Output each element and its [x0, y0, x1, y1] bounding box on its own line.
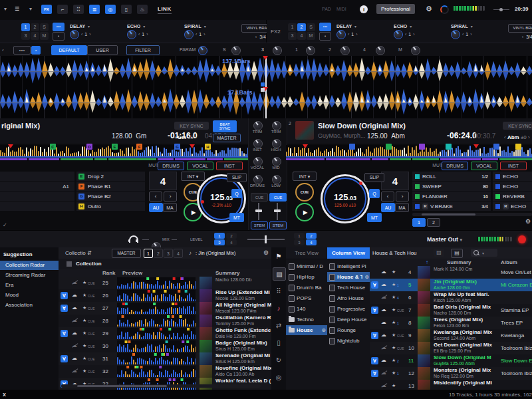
deck2-hot-cue-marker[interactable] — [349, 144, 355, 150]
cfx-single-button[interactable]: • — [31, 46, 41, 55]
column-header-rank[interactable]: Rank — [102, 270, 116, 276]
star-rating-icon[interactable]: ★ — [392, 320, 396, 325]
strip-trim-knob[interactable] — [253, 121, 263, 130]
cfx-s-knob[interactable] — [231, 46, 241, 55]
deck2-key-shift[interactable]: ‹ Abm ±0 › — [504, 134, 530, 140]
fx-slot-knob[interactable] — [184, 30, 194, 39]
phones-cue-4[interactable]: 4 — [226, 239, 237, 245]
fx-slot-prev[interactable]: ‹ — [462, 32, 464, 37]
fx-beat-1[interactable]: 1 — [288, 23, 297, 31]
deck1-hot-cue-marker[interactable]: G — [174, 144, 180, 150]
strip-inst-knob[interactable] — [253, 139, 263, 148]
pad-fx-row[interactable]: RECHO — [493, 201, 532, 211]
release-fx-prev[interactable]: ‹ — [255, 35, 257, 39]
fx-slot-prev[interactable]: ‹ — [138, 32, 140, 37]
phones-cue-3[interactable]: 3 — [214, 239, 225, 245]
deck1-hot-cue-marker[interactable]: H — [205, 144, 211, 150]
star-rating-icon[interactable]: ★ — [82, 305, 86, 311]
chevron-down-icon[interactable]: ▾ — [88, 24, 90, 29]
hot-cue-row[interactable]: FPhase B1 — [76, 182, 145, 192]
plan-badge[interactable]: Professional — [376, 4, 415, 14]
deck1-memory-cue-marker[interactable] — [8, 144, 13, 148]
chevron-down-icon[interactable]: ▾ — [4, 6, 7, 12]
table-row[interactable]: ∀☁★CUE26Rise Up (Extended MiNicole 128.0… — [59, 289, 271, 303]
star-rating-icon[interactable]: ★ — [392, 358, 396, 363]
record-browser-icon[interactable]: ◎ — [273, 371, 285, 383]
chevron-down-icon[interactable]: ▾ — [482, 251, 484, 255]
deck1-memory-cue-list[interactable]: A1 — [0, 172, 74, 219]
chevron-down-icon[interactable]: ▾ — [471, 24, 473, 29]
deck1-ma-button[interactable]: MA — [163, 203, 177, 212]
table-row[interactable]: ☁★4Mark K 124.00 CmMove On/Let R — [370, 266, 532, 279]
detail-list-view-button[interactable]: ▤ — [451, 249, 463, 258]
fx-slot-knob[interactable] — [336, 30, 346, 39]
deck1-hot-cue-marker[interactable]: C — [50, 144, 56, 150]
table-row[interactable]: ☁★46Wrap Me Up feat Mari.Kisch 125.00 Ab… — [370, 291, 532, 305]
deck2-beat-jump-back-button[interactable]: ‹ — [381, 192, 394, 201]
hot-cue-row[interactable]: HOutro — [76, 201, 145, 211]
fx-bank-multi-button[interactable]: ••• — [319, 23, 331, 31]
preview-waveform[interactable] — [117, 353, 196, 364]
column-item-intelligent-pl[interactable]: Intelligent Pl — [327, 261, 370, 271]
strip-stem-button[interactable]: STEM — [269, 221, 287, 229]
cfx-user-tab[interactable]: USER — [87, 45, 118, 55]
bookmark-icon[interactable]: ⚑ — [273, 250, 285, 262]
sort-ascending-icon[interactable]: ↑ — [426, 259, 428, 265]
deck2-play-button[interactable]: ▶ — [295, 203, 314, 221]
record-button[interactable] — [518, 235, 526, 243]
table-row[interactable]: ∀☁★CUE31Serenade (Original MiSirus H 125… — [59, 352, 271, 366]
simple-list-view-button[interactable]: ▤ — [434, 249, 444, 257]
deck2-key-sync-button[interactable]: KEY SYNC — [503, 122, 532, 130]
device-icon[interactable]: ▯ — [273, 336, 285, 348]
deck-routing-icon[interactable]: ⌐ — [57, 5, 68, 14]
fx-beat-S[interactable]: S — [307, 23, 315, 31]
cfx-scroll-left[interactable]: ‹ — [2, 47, 4, 53]
table-row[interactable]: ☁★CUE28Oscillation (Kamero RTommy 125.00… — [59, 315, 271, 328]
cfx-param-knob[interactable] — [198, 46, 207, 55]
chevron-down-icon[interactable]: ▾ — [29, 6, 32, 12]
fx-slot-knob[interactable] — [394, 30, 403, 39]
settings-gear-icon[interactable]: ⚙ — [426, 5, 432, 13]
chevron-down-icon[interactable]: ▾ — [204, 24, 206, 29]
chevron-down-icon[interactable]: ▾ — [354, 24, 356, 29]
cfx-filter-button[interactable]: FILTER — [126, 45, 160, 55]
fx-slot-name[interactable]: SPIRAL — [184, 24, 201, 29]
grid-view-icon[interactable]: ⠿ — [273, 285, 285, 297]
deck2-ma-button[interactable]: MA — [395, 203, 409, 212]
table-row[interactable]: ∀☁★CUE29Ghetto Funk (ExtendeDale Ho 129.… — [59, 327, 271, 340]
deck1-stem-drums-button[interactable]: DRUMS — [158, 162, 184, 170]
deck1-beat-sync-button[interactable]: BEATSYNC — [213, 120, 237, 132]
load-deck-1-button[interactable]: 1 — [144, 249, 153, 258]
pad-fx-row[interactable]: FLANGER16 — [412, 192, 491, 201]
lighting-panel-icon[interactable]: ♨ — [137, 5, 148, 14]
deck2-au-button[interactable]: AU — [381, 203, 395, 212]
deck1-au-button[interactable]: AU — [149, 203, 163, 212]
strip-cue-button[interactable]: CUE — [251, 193, 268, 201]
collection-master-button[interactable]: MASTER — [112, 249, 141, 258]
crossfader[interactable] — [247, 239, 285, 240]
fx-slot-next[interactable]: › — [89, 32, 90, 37]
deck1-beat-jump-fwd-button[interactable]: › — [164, 192, 177, 201]
column-header-summary[interactable]: Summary — [447, 259, 471, 265]
cfx-channel-knob[interactable] — [306, 46, 315, 55]
deck1-key-sync-button[interactable]: KEY SYNC — [174, 122, 209, 130]
tree-item-140[interactable]: 140 — [286, 304, 327, 314]
chevron-down-icon[interactable]: ▾ — [143, 24, 145, 29]
release-fx-select[interactable]: VINYL BRAKE — [508, 24, 532, 33]
fx-beat-4[interactable]: 4 — [297, 32, 306, 40]
phones-cue-4[interactable]: 4 — [306, 239, 317, 245]
table-row[interactable]: ∀☁★CUE27All Nighter (Original MMescal 12… — [59, 302, 271, 315]
fx-beat-4[interactable]: 4 — [31, 32, 39, 40]
star-rating-icon[interactable]: ★ — [392, 370, 396, 376]
fx-bank-single-button[interactable]: • — [319, 32, 331, 41]
star-rating-icon[interactable]: ★ — [392, 307, 396, 313]
table-row[interactable]: ☁★CUE25Nacho 128.00 Db — [59, 277, 271, 290]
star-rating-icon[interactable]: ★ — [392, 345, 396, 350]
fx-slot-prev[interactable]: ‹ — [196, 32, 197, 37]
cfx-default-tab[interactable]: DEFAULT — [51, 45, 87, 55]
sidebar-item-era[interactable]: Era — [0, 281, 59, 290]
deck1-stem-vocal-button[interactable]: VOCAL — [187, 162, 213, 170]
hot-cue-row[interactable]: EDrop 2 — [76, 172, 145, 182]
deck2-hot-cue-marker[interactable] — [446, 144, 452, 150]
table-row[interactable]: ∀☁★CUE9Kwelanga (Original MixSecond 124.… — [370, 329, 532, 342]
